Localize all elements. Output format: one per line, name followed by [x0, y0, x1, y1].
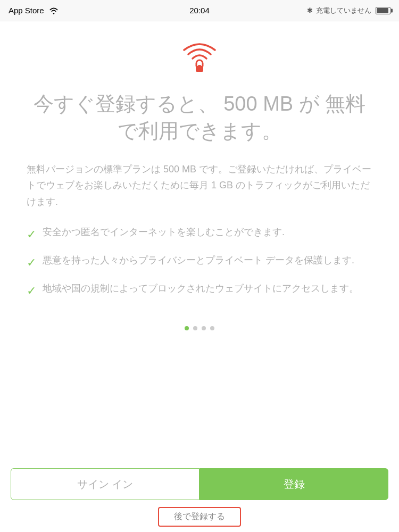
signin-button[interactable]: サイン イン [11, 468, 200, 500]
dot-4 [210, 326, 214, 330]
pagination-dots [185, 310, 214, 341]
body-text: 無料バージョンの標準プランは 500 MB です。ご登録いただければ、プライベー… [27, 161, 372, 210]
dot-1 [185, 326, 189, 330]
vpn-icon [181, 37, 218, 74]
charging-status: 充電していません [316, 6, 371, 15]
dot-2 [193, 326, 197, 330]
feature-item-2: ✓ 悪意を持った人々からプライバシーとプライベート データを保護します. [27, 253, 372, 271]
status-bar: App Store 20:04 ✱ 充電していません [0, 0, 399, 21]
register-button[interactable]: 登録 [200, 468, 388, 500]
checkmark-icon-1: ✓ [27, 226, 36, 243]
svg-rect-0 [196, 66, 203, 72]
feature-text-1: 安全かつ匿名でインターネットを楽しむことができます. [43, 225, 285, 240]
feature-item-3: ✓ 地域や国の規制によってブロックされたウェブサイトにアクセスします。 [27, 281, 372, 300]
dot-3 [202, 326, 206, 330]
status-bar-right: ✱ 充電していません [307, 6, 390, 15]
later-button-container: 後で登録する [158, 507, 241, 527]
checkmark-icon-2: ✓ [27, 254, 36, 271]
feature-list: ✓ 安全かつ匿名でインターネットを楽しむことができます. ✓ 悪意を持った人々か… [27, 225, 372, 300]
vpn-icon-container [181, 37, 218, 74]
bluetooth-icon: ✱ [307, 6, 313, 14]
headline: 今すぐ登録すると、 500 MB が 無料で利用できます。 [27, 90, 372, 145]
checkmark-icon-3: ✓ [27, 282, 36, 300]
bottom-buttons: サイン イン 登録 [0, 468, 399, 500]
main-content: 今すぐ登録すると、 500 MB が 無料で利用できます。 無料バージョンの標準… [0, 21, 399, 341]
battery-icon [376, 7, 390, 14]
status-bar-time: 20:04 [189, 6, 210, 15]
app-store-label: App Store [9, 6, 44, 15]
feature-item-1: ✓ 安全かつ匿名でインターネットを楽しむことができます. [27, 225, 372, 243]
later-register-button[interactable]: 後で登録する [158, 507, 241, 527]
feature-text-3: 地域や国の規制によってブロックされたウェブサイトにアクセスします。 [43, 281, 359, 296]
feature-text-2: 悪意を持った人々からプライバシーとプライベート データを保護します. [43, 253, 354, 268]
wifi-icon [48, 6, 59, 15]
status-bar-left: App Store [9, 6, 59, 15]
